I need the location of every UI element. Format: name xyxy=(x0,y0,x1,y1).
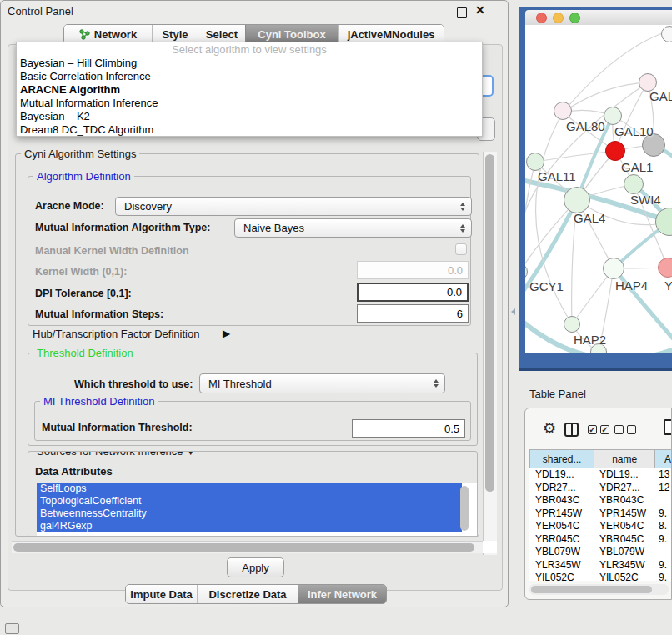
node-hap4[interactable] xyxy=(603,258,624,279)
split-columns-icon[interactable] xyxy=(564,422,579,437)
node-gal1-selected[interactable] xyxy=(605,141,625,161)
list-item[interactable]: gal4RGexp xyxy=(37,520,462,532)
node-gal10[interactable] xyxy=(604,107,622,125)
node-label: GAL10 xyxy=(614,124,654,138)
table-row[interactable]: YDL19...YDL19...13 xyxy=(529,468,672,482)
mi-algorithm-type-select[interactable]: Naive Bayes xyxy=(234,218,472,238)
scrollbar-corner xyxy=(483,541,497,553)
aracne-mode-label: Aracne Mode: xyxy=(35,200,104,212)
node-unlabeled-top[interactable] xyxy=(661,26,672,42)
kernel-width-field[interactable]: 0.0 xyxy=(357,261,469,279)
node-label: HAP2 xyxy=(574,332,606,347)
tab-impute-data[interactable]: Impute Data xyxy=(126,585,197,603)
manual-kernel-width-checkbox[interactable] xyxy=(455,243,467,255)
settings-vertical-scrollbar[interactable] xyxy=(483,152,497,555)
collapsed-panel-icon[interactable] xyxy=(5,623,19,634)
gear-icon[interactable]: ⚙ xyxy=(543,421,556,436)
cyni-algorithm-settings-group: Cyni Algorithm Settings Algorithm Defini… xyxy=(15,153,479,537)
deselect-all-icon[interactable] xyxy=(614,425,636,434)
table-row[interactable]: YBR043CYBR043C xyxy=(529,494,672,508)
table-header: shared... name A xyxy=(529,449,672,468)
column-header-name[interactable]: name xyxy=(594,450,655,468)
network-icon xyxy=(79,29,90,40)
apply-button[interactable]: Apply xyxy=(227,558,284,578)
minimize-window-icon[interactable] xyxy=(553,12,564,23)
network-view-window: GAL7 GAL80 GAL10 GAL1 GAL11 SWI4 GAL4 GC… xyxy=(519,7,672,371)
list-item[interactable]: SelfLoops xyxy=(37,482,462,495)
close-icon[interactable]: ✕ xyxy=(475,3,485,17)
spinner-arrows-icon xyxy=(460,202,465,211)
export-table-icon[interactable] xyxy=(664,419,672,435)
node-label: GAL11 xyxy=(538,169,576,183)
algorithm-option[interactable]: Bayesian – K2 xyxy=(17,110,482,123)
mi-steps-field[interactable]: 6 xyxy=(357,304,469,322)
table-row[interactable]: YBR045CYBR045C9. xyxy=(529,533,672,547)
mutual-information-threshold-field[interactable]: 0.5 xyxy=(352,419,465,438)
node-hap2[interactable] xyxy=(564,316,580,332)
node-gal1[interactable] xyxy=(624,174,644,194)
table-scrollbar-thumb[interactable] xyxy=(531,586,652,593)
algorithm-option-highlighted[interactable]: ARACNE Algorithm xyxy=(17,83,482,97)
mi-algorithm-type-value: Naive Bayes xyxy=(243,222,304,234)
mi-algorithm-type-label: Mutual Information Algorithm Type: xyxy=(35,222,210,233)
which-threshold-value: MI Threshold xyxy=(208,378,272,390)
settings-horizontal-scrollbar[interactable] xyxy=(12,541,483,553)
network-window-titlebar[interactable] xyxy=(525,10,672,25)
table-horizontal-scrollbar[interactable] xyxy=(529,584,669,595)
algorithm-option[interactable]: Basic Correlation Inference xyxy=(17,70,482,83)
spinner-arrows-icon xyxy=(434,379,439,388)
tab-network[interactable]: Network xyxy=(64,25,152,43)
node-label: SWI4 xyxy=(630,192,661,207)
dpi-tolerance-field[interactable]: 0.0 xyxy=(357,282,469,302)
table-row[interactable]: YPR145WYPR145W9. xyxy=(529,508,672,521)
data-attributes-list[interactable]: SelfLoops TopologicalCoefficient Between… xyxy=(37,482,478,536)
sources-legend[interactable]: Sources for Network Inference ▼ xyxy=(33,451,198,458)
node-gal4[interactable] xyxy=(564,187,590,213)
tab-jactivemnodules[interactable]: jActiveMNodules xyxy=(338,25,444,43)
node-label: HAP4 xyxy=(615,278,648,292)
node-gal11[interactable] xyxy=(526,152,544,171)
list-item[interactable]: TopologicalCoefficient xyxy=(37,495,462,508)
which-threshold-label: Which threshold to use: xyxy=(74,378,193,390)
mi-steps-label: Mutual Information Steps: xyxy=(35,308,163,320)
aracne-mode-select[interactable]: Discovery xyxy=(115,197,472,216)
horizontal-scrollbar-thumb[interactable] xyxy=(13,543,474,552)
table-row[interactable]: YIL052CYIL052C9. xyxy=(529,572,672,581)
tab-style[interactable]: Style xyxy=(152,25,198,43)
float-panel-icon[interactable] xyxy=(457,8,467,18)
spinner-arrows-icon xyxy=(460,224,465,232)
select-all-icon[interactable]: ✓ ✓ xyxy=(588,425,609,434)
close-window-icon[interactable] xyxy=(536,12,547,23)
table-panel: ⚙ ✓ ✓ shared... name A YDL19...YDL19...1… xyxy=(524,408,672,600)
node-salmon[interactable] xyxy=(658,258,672,278)
column-header-shared-name[interactable]: shared... xyxy=(530,450,594,468)
list-item[interactable]: BetweennessCentrality xyxy=(37,508,462,520)
algorithm-option[interactable]: Bayesian – Hill Climbing xyxy=(17,57,482,70)
zoom-window-icon[interactable] xyxy=(569,12,580,23)
node-gal80[interactable] xyxy=(554,102,572,120)
expand-arrow-icon[interactable]: ▶ xyxy=(223,328,230,339)
control-panel-window: Control Panel ✕ Network Style Select Cyn… xyxy=(0,0,509,608)
table-row[interactable]: YDR27...YDR27...12 xyxy=(529,482,672,495)
algorithm-option[interactable]: Dream8 DC_TDC Algorithm xyxy=(17,123,482,137)
node-label: GAL7 xyxy=(649,89,672,103)
tab-cyni-toolbox[interactable]: Cyni Toolbox xyxy=(245,25,338,43)
tab-select[interactable]: Select xyxy=(198,25,245,43)
algorithm-definition-legend: Algorithm Definition xyxy=(33,170,134,182)
vertical-scrollbar-thumb[interactable] xyxy=(485,154,494,492)
network-canvas[interactable]: GAL7 GAL80 GAL10 GAL1 GAL11 SWI4 GAL4 GC… xyxy=(525,25,672,353)
algorithm-option[interactable]: Mutual Information Inference xyxy=(17,97,482,110)
table-row[interactable]: YER054CYER054C8. xyxy=(529,520,672,533)
table-row[interactable]: YBL079WYBL079W xyxy=(529,546,672,559)
panel-collapse-arrow-icon[interactable] xyxy=(511,308,515,315)
table-row[interactable]: YLR345WYLR345W9. xyxy=(529,559,672,572)
column-header-partial[interactable]: A xyxy=(655,450,672,468)
which-threshold-select[interactable]: MI Threshold xyxy=(199,373,445,393)
list-scrollbar-thumb[interactable] xyxy=(460,486,469,531)
mutual-information-threshold-label: Mutual Information Threshold: xyxy=(42,422,193,433)
tab-discretize-data[interactable]: Discretize Data xyxy=(197,585,298,603)
algorithm-placeholder: Select algorithm to view settings xyxy=(17,42,482,57)
kernel-width-label: Kernel Width (0,1): xyxy=(35,266,127,278)
hub-definition-label[interactable]: Hub/Transcription Factor Definition xyxy=(33,328,199,340)
tab-infer-network[interactable]: Infer Network xyxy=(298,585,386,603)
